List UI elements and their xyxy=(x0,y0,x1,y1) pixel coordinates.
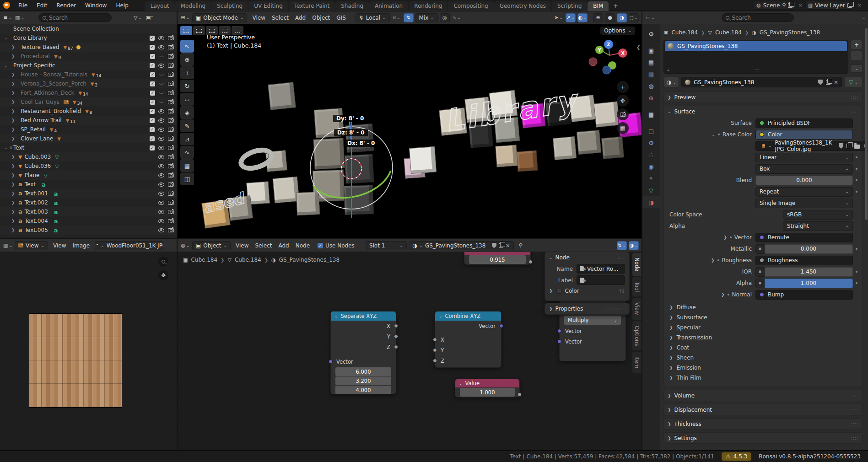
material-slot-list[interactable]: GS_PavingStones_138 ▸:::: xyxy=(663,40,848,74)
vector-component-field[interactable]: 3.200 xyxy=(335,376,391,385)
shader-menu-node[interactable]: Node xyxy=(292,242,313,249)
operation-dropdown[interactable]: Multiply⌄ xyxy=(564,316,621,325)
unlink-icon[interactable]: × xyxy=(834,79,838,86)
exclude-checkbox[interactable]: ✓ xyxy=(150,109,155,114)
measure-tool-icon[interactable]: ⊿ xyxy=(180,133,194,145)
decorator-dot[interactable] xyxy=(856,271,857,273)
exclude-checkbox[interactable]: ✓ xyxy=(150,54,155,59)
select-box-tool-icon[interactable]: ↖ xyxy=(180,40,194,53)
scene-cube[interactable] xyxy=(577,130,601,155)
image-datablock-row[interactable]: ⌄PavingStones138_1K-JPG_Color.jpg× xyxy=(755,141,868,151)
properties-scrollbar[interactable] xyxy=(865,28,868,220)
pin-icon[interactable]: ⚲ xyxy=(516,241,526,250)
color-checkbox[interactable] xyxy=(556,289,561,294)
hide-eye-icon[interactable] xyxy=(158,64,164,68)
expand-closed-icon[interactable]: ❯ xyxy=(10,136,16,141)
disable-render-camera-icon[interactable] xyxy=(168,109,174,113)
camera-view-icon[interactable] xyxy=(617,108,629,120)
hide-eye-icon[interactable] xyxy=(158,155,164,159)
hide-eye-icon[interactable] xyxy=(158,210,164,214)
property-select[interactable]: Linear⌄ xyxy=(755,153,853,162)
exclude-checkbox[interactable]: ✓ xyxy=(150,36,155,41)
outliner-row[interactable]: ❯aTexta xyxy=(0,180,177,189)
view-layer-remove-icon[interactable]: × xyxy=(857,2,862,8)
viewport-menu-gis[interactable]: GIS xyxy=(333,15,349,21)
input-socket-vector[interactable] xyxy=(557,339,561,344)
pin-icon[interactable]: ⚲ xyxy=(782,2,786,8)
workspace-tab-animation[interactable]: Animation xyxy=(369,1,408,11)
unlink-icon[interactable]: × xyxy=(506,242,510,249)
move-tool-icon[interactable]: + xyxy=(180,66,194,79)
breadcrumb-item[interactable]: GS_PavingStones_138 xyxy=(279,257,340,263)
view-layer-selector[interactable]: ▥ View Layer xyxy=(805,1,855,10)
expand-closed-icon[interactable]: ❯ xyxy=(10,173,16,177)
hide-eye-icon[interactable] xyxy=(158,219,164,223)
new-collection-icon[interactable]: ▣⁺ xyxy=(145,13,155,22)
output-socket-x[interactable] xyxy=(394,324,398,328)
breadcrumb-item[interactable]: Cube.184 xyxy=(191,257,217,263)
select-mode-3[interactable] xyxy=(219,26,231,35)
node-link-button[interactable]: Bump xyxy=(755,290,853,300)
output-socket[interactable] xyxy=(528,260,533,264)
outliner-row[interactable]: ⌄Project Specific✓ xyxy=(0,61,177,70)
hide-eye-icon[interactable] xyxy=(158,118,164,123)
hidden-eye-closed-icon[interactable] xyxy=(159,73,164,75)
material-datablock[interactable]: ◑ ⌄GS_PavingStones_138 × xyxy=(409,241,514,250)
scene-cube[interactable] xyxy=(409,146,437,174)
blender-logo-icon[interactable] xyxy=(3,2,10,9)
outliner-row[interactable]: ❯Procedural▼9✓ xyxy=(0,52,177,61)
node-overlays-icon[interactable]: ◑ ⌄ xyxy=(629,241,639,250)
surface-panel-header[interactable]: ⌄Surface:::: xyxy=(664,106,862,117)
node-separate-xyz[interactable]: ⌄Separate XYZ XYZ Vector 6.0003.2004.000 xyxy=(330,311,396,394)
node-snap-icon[interactable]: ↯ ⌄ xyxy=(617,241,627,250)
shader-menu-add[interactable]: Add xyxy=(275,242,292,249)
expand-closed-icon[interactable]: ❯ xyxy=(10,191,16,196)
disable-render-camera-icon[interactable] xyxy=(168,128,174,132)
snap-toggle-icon[interactable]: ↯ xyxy=(404,13,414,22)
select-mode-1[interactable] xyxy=(193,26,205,35)
fake-user-shield-icon[interactable] xyxy=(492,243,496,248)
viewport-menu-object[interactable]: Object xyxy=(309,15,333,21)
node-value-2[interactable]: ⌄Value 1.000 xyxy=(455,379,520,398)
hide-eye-icon[interactable] xyxy=(158,201,164,205)
vector-component-field[interactable]: 6.000 xyxy=(335,367,391,376)
exclude-checkbox[interactable]: ✓ xyxy=(150,145,155,150)
input-socket-x[interactable] xyxy=(433,338,437,342)
slot-specials-dropdown[interactable]: ⌄ xyxy=(851,64,863,73)
fake-user-shield-icon[interactable] xyxy=(839,143,843,149)
disable-render-camera-icon[interactable] xyxy=(168,164,174,168)
properties-tab-scene-icon[interactable]: ◍ xyxy=(642,80,660,92)
editor-type-outliner-icon[interactable]: ≡ ⌄ xyxy=(3,13,13,22)
outliner-row[interactable]: ❯Red Arrow Trail▼11✓ xyxy=(0,116,177,125)
workspace-tab-shading[interactable]: Shading xyxy=(335,1,369,11)
wood-texture-image[interactable] xyxy=(29,314,122,407)
outliner-row[interactable]: ❯Verona_3_Season_Porch▼2✓ xyxy=(0,79,177,88)
expand-closed-icon[interactable]: ❯ xyxy=(721,292,725,297)
outliner-row[interactable]: ❯Cool Car Guys▼34✓ xyxy=(0,97,177,107)
menu-window[interactable]: Window xyxy=(81,0,111,11)
hide-eye-icon[interactable] xyxy=(158,36,164,40)
disable-render-camera-icon[interactable] xyxy=(168,173,174,177)
properties-tab-modifiers-icon[interactable]: ⚙ xyxy=(642,137,660,149)
property-slider[interactable]: 0.000 xyxy=(755,176,853,185)
breadcrumb-item[interactable]: GS_PavingStones_138 xyxy=(760,29,820,36)
material-browse-dropdown[interactable]: ◑⌄ xyxy=(663,77,679,87)
exclude-checkbox[interactable]: ✓ xyxy=(150,45,155,50)
scale-tool-icon[interactable]: ▱ xyxy=(180,93,194,106)
scene-cube[interactable] xyxy=(553,136,577,160)
panel-header-volume[interactable]: ❯Volume:::: xyxy=(664,390,862,401)
disable-render-camera-icon[interactable] xyxy=(168,36,174,40)
shading-wireframe-icon[interactable]: ⊕ xyxy=(593,13,603,22)
properties-tab-render-icon[interactable]: ▣ xyxy=(642,44,660,56)
expand-closed-icon[interactable]: ❯ xyxy=(10,72,16,77)
hide-eye-icon[interactable] xyxy=(158,45,164,49)
image-menu-image[interactable]: Image xyxy=(70,242,93,249)
hide-eye-icon[interactable] xyxy=(158,128,164,132)
expand-closed-icon[interactable]: ❯ xyxy=(10,118,16,123)
breadcrumb-item[interactable]: Cube.184 xyxy=(671,29,698,36)
expand-closed-icon[interactable]: ❯ xyxy=(10,219,16,223)
scene-name[interactable]: Scene xyxy=(763,2,780,9)
hide-eye-icon[interactable] xyxy=(158,192,164,196)
hidden-eye-closed-icon[interactable] xyxy=(159,82,164,85)
shading-material-icon[interactable]: ◑ xyxy=(617,13,627,22)
